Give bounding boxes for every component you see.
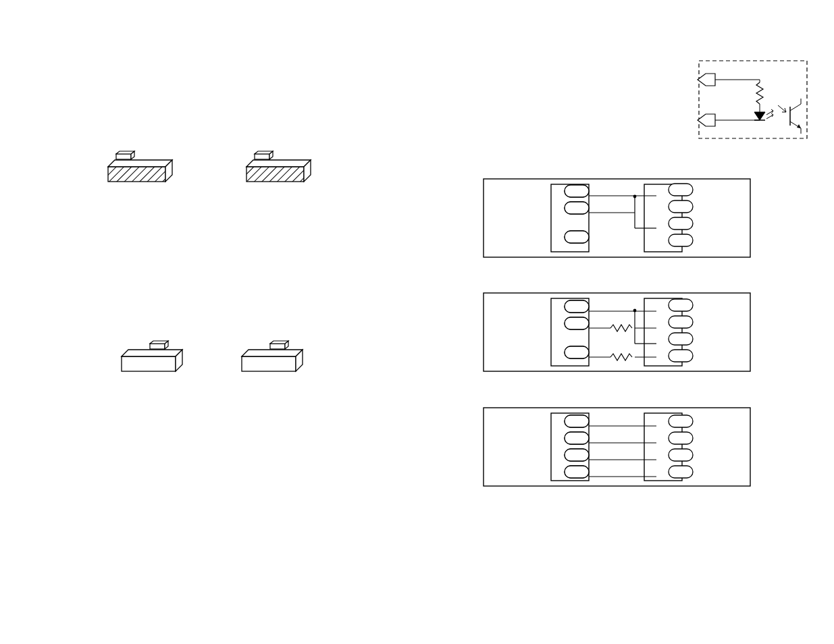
connector-pin [669,234,693,246]
optocoupler-circuit [698,61,807,138]
connector-block [484,179,750,257]
svg-rect-17 [255,154,269,159]
connector-pin [565,317,589,329]
connector-pin [565,432,589,444]
dip-switch [242,341,303,371]
connector-pin [565,415,589,427]
connector-pin [565,185,589,197]
svg-rect-18 [122,356,176,371]
connector-pin [669,415,693,427]
diagram-canvas [0,0,834,644]
connector-block [484,293,750,371]
connector-pin [669,350,693,362]
svg-rect-41 [484,408,750,486]
connector-pin [669,200,693,213]
svg-rect-19 [150,344,165,349]
dip-switch [122,341,182,371]
svg-rect-15 [116,154,131,159]
svg-point-29 [633,195,637,198]
svg-rect-20 [242,356,296,371]
connector-pin [565,466,589,478]
connector-pin [565,300,589,313]
connector-pin [669,449,693,461]
connector-pin [669,299,693,311]
connector-pin [565,346,589,358]
svg-rect-16 [246,167,304,182]
svg-rect-22 [484,179,750,257]
led-icon [754,112,765,120]
svg-rect-14 [108,167,165,182]
connector-pin [669,316,693,328]
connector-pin [565,449,589,461]
svg-point-40 [633,309,637,313]
dip-switch [108,151,172,182]
connector-pin [565,231,589,243]
connector-pin [669,217,693,230]
connector-pin [669,466,693,478]
svg-rect-21 [270,344,285,349]
svg-line-10 [790,104,801,111]
connector-pin [565,202,589,214]
connector-pin [669,184,693,196]
connector-block [484,408,750,486]
resistor-icon [756,82,763,104]
connector-pin [669,432,693,444]
connector-pin [669,333,693,345]
dip-switch [246,151,311,182]
svg-rect-2 [699,61,807,138]
